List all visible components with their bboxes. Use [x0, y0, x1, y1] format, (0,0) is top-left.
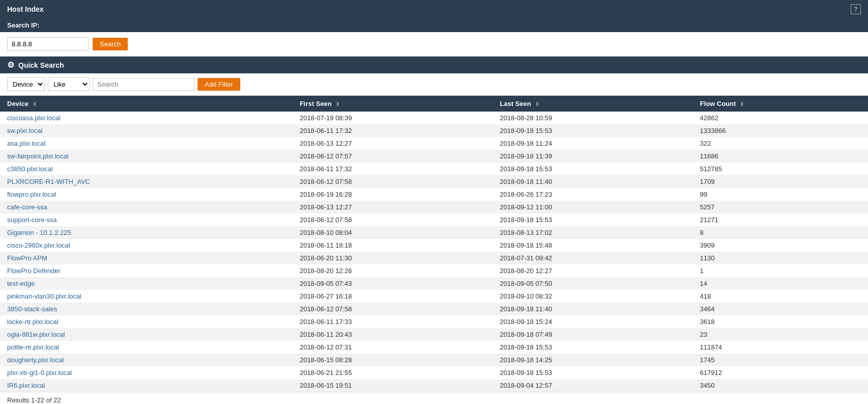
cell-flow-count: 5257: [693, 201, 868, 213]
cell-device: FlowPro APM: [0, 252, 293, 264]
cell-first-seen: 2018-06-27 16:18: [293, 290, 493, 303]
help-icon[interactable]: ?: [851, 4, 861, 14]
table-row: 3850-stack-sales 2018-06-12 07:58 2018-0…: [0, 303, 868, 315]
cell-first-seen: 2018-06-20 11:30: [293, 252, 493, 264]
device-link[interactable]: cisco-2960x.plxr.local: [7, 241, 70, 249]
device-link[interactable]: sw.plxr.local: [7, 127, 42, 134]
cell-flow-count: 111874: [693, 341, 868, 354]
cell-device: FlowPro Defender: [0, 264, 293, 277]
cell-first-seen: 2018-06-15 08:28: [293, 354, 493, 366]
results-text: Results 1-22 of 22: [7, 396, 861, 404]
cell-first-seen: 2018-06-15 19:51: [293, 379, 493, 392]
device-link[interactable]: locke-rtr.plxr.local: [7, 318, 58, 326]
sort-lastseen-icon: ⇕: [535, 101, 539, 107]
cell-device: locke-rtr.plxr.local: [0, 315, 293, 328]
device-link[interactable]: ciscoasa.plxr.local: [7, 114, 61, 122]
table-row: PLXRCORE-R1-WITH_AVC 2018-06-12 07:58 20…: [0, 175, 868, 188]
device-link[interactable]: PLXRCORE-R1-WITH_AVC: [7, 178, 90, 185]
cell-device: pinkman-vlan30.plxr.local: [0, 290, 293, 303]
device-link[interactable]: test-edge: [7, 280, 35, 287]
cell-last-seen: 2018-09-18 15:53: [493, 366, 693, 379]
device-link[interactable]: dougherty.plxr.local: [7, 356, 64, 364]
device-link[interactable]: sw-fairpoint.plxr.local: [7, 152, 69, 160]
cell-last-seen: 2018-09-10 08:32: [493, 290, 693, 303]
gear-icon: ⚙: [7, 60, 14, 70]
cell-device: dougherty.plxr.local: [0, 354, 293, 366]
cell-device: cisco-2960x.plxr.local: [0, 239, 293, 252]
device-link[interactable]: ogla-881w.plxr.local: [7, 331, 65, 338]
cell-last-seen: 2018-09-18 15:53: [493, 124, 693, 137]
cell-device: pottle-rtr.plxr.local: [0, 341, 293, 354]
quick-search-input[interactable]: [93, 78, 194, 91]
cell-device: cafe-core-ssa: [0, 201, 293, 213]
device-link[interactable]: Gigamon - 10.1.2.225: [7, 229, 71, 236]
cell-flow-count: 3464: [693, 303, 868, 315]
cell-device: support-core-ssa: [0, 213, 293, 226]
cell-flow-count: 99: [693, 188, 868, 201]
table-row: pinkman-vlan30.plxr.local 2018-06-27 16:…: [0, 290, 868, 303]
cell-flow-count: 23: [693, 328, 868, 341]
device-link[interactable]: pinkman-vlan30.plxr.local: [7, 292, 81, 300]
cell-device: PLXRCORE-R1-WITH_AVC: [0, 175, 293, 188]
table-row: flowpro.plxr.local 2018-06-19 16:28 2018…: [0, 188, 868, 201]
cell-flow-count: 1333866: [693, 124, 868, 137]
table-row: ogla-881w.plxr.local 2018-06-11 20:43 20…: [0, 328, 868, 341]
pagination-section: Results 1-22 of 22 Prev 1 Next: [0, 392, 868, 404]
device-link[interactable]: c3850.plxr.local: [7, 165, 53, 173]
device-link[interactable]: pottle-rtr.plxr.local: [7, 343, 59, 351]
cell-flow-count: 21271: [693, 213, 868, 226]
col-last-seen[interactable]: Last Seen ⇕: [493, 96, 693, 112]
cell-device: c3850.plxr.local: [0, 163, 293, 175]
device-link[interactable]: FlowPro Defender: [7, 267, 61, 275]
cell-device: asa.plxr.local: [0, 137, 293, 150]
device-link[interactable]: IR6.plxr.local: [7, 382, 45, 389]
table-row: IR6.plxr.local 2018-06-15 19:51 2018-09-…: [0, 379, 868, 392]
device-link[interactable]: asa.plxr.local: [7, 140, 45, 147]
cell-last-seen: 2018-09-18 11:24: [493, 137, 693, 150]
search-ip-body: Search: [0, 32, 868, 56]
cell-last-seen: 2018-09-18 11:40: [493, 175, 693, 188]
device-link[interactable]: support-core-ssa: [7, 216, 57, 224]
table-row: FlowPro APM 2018-06-20 11:30 2018-07-31 …: [0, 252, 868, 264]
table-row: Gigamon - 10.1.2.225 2018-08-10 08:04 20…: [0, 226, 868, 239]
cell-flow-count: 1130: [693, 252, 868, 264]
cell-first-seen: 2018-06-12 07:57: [293, 150, 493, 163]
col-device[interactable]: Device ⇕: [0, 96, 293, 112]
title-bar: Host Index ?: [0, 0, 868, 18]
search-ip-header: Search IP:: [0, 18, 868, 32]
table-row: c3850.plxr.local 2018-06-11 17:32 2018-0…: [0, 163, 868, 175]
table-row: support-core-ssa 2018-06-12 07:58 2018-0…: [0, 213, 868, 226]
filter-condition-select[interactable]: Like Equals Not Like: [48, 77, 90, 91]
col-flow-count[interactable]: Flow Count ⇕: [693, 96, 868, 112]
cell-last-seen: 2018-08-13 17:02: [493, 226, 693, 239]
cell-flow-count: 617912: [693, 366, 868, 379]
search-ip-section: Search IP: Search: [0, 18, 868, 57]
device-link[interactable]: cafe-core-ssa: [7, 203, 47, 211]
device-link[interactable]: flowpro.plxr.local: [7, 191, 56, 198]
cell-first-seen: 2018-06-13 12:27: [293, 201, 493, 213]
device-link[interactable]: 3850-stack-sales: [7, 305, 57, 313]
cell-device: IR6.plxr.local: [0, 379, 293, 392]
cell-last-seen: 2018-09-18 15:53: [493, 163, 693, 175]
col-first-seen[interactable]: First Seen ⇕: [293, 96, 493, 112]
add-filter-button[interactable]: Add Filter: [198, 78, 240, 91]
quick-search-body: Device IP MAC OS Like Equals Not Like Ad…: [0, 73, 868, 96]
device-link[interactable]: FlowPro APM: [7, 254, 47, 262]
search-ip-input[interactable]: [7, 37, 89, 51]
filter-type-select[interactable]: Device IP MAC OS: [7, 77, 45, 91]
cell-flow-count: 3450: [693, 379, 868, 392]
cell-first-seen: 2018-08-20 12:26: [293, 264, 493, 277]
search-ip-button[interactable]: Search: [93, 38, 128, 50]
cell-first-seen: 2018-06-12 07:58: [293, 175, 493, 188]
device-link[interactable]: plxr-xtr-gi1-0.plxr.local: [7, 369, 72, 376]
table-row: cafe-core-ssa 2018-06-13 12:27 2018-09-1…: [0, 201, 868, 213]
cell-flow-count: 3618: [693, 315, 868, 328]
cell-device: test-edge: [0, 277, 293, 290]
cell-device: Gigamon - 10.1.2.225: [0, 226, 293, 239]
cell-last-seen: 2018-09-18 11:40: [493, 303, 693, 315]
cell-first-seen: 2018-06-11 17:32: [293, 124, 493, 137]
cell-device: sw-fairpoint.plxr.local: [0, 150, 293, 163]
cell-last-seen: 2018-06-26 17:23: [493, 188, 693, 201]
cell-flow-count: 418: [693, 290, 868, 303]
sort-flowcount-icon: ⇕: [740, 101, 744, 107]
